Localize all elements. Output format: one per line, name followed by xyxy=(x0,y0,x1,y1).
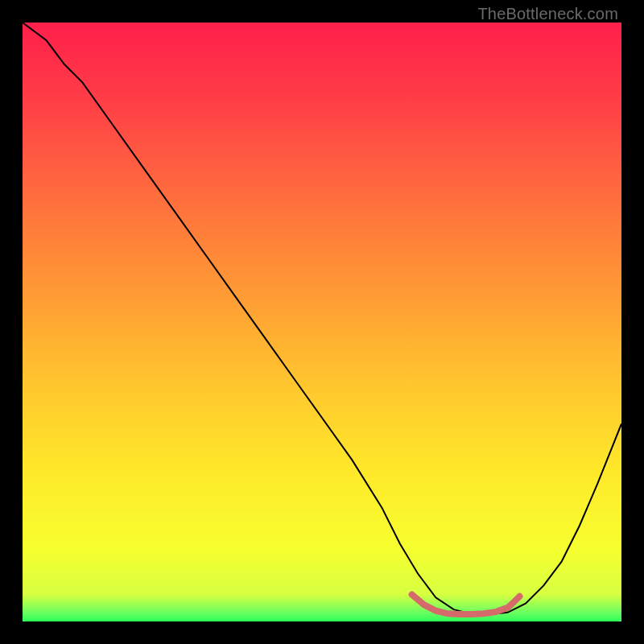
watermark-text: TheBottleneck.com xyxy=(477,5,618,23)
chart-svg xyxy=(23,23,621,621)
chart-background xyxy=(23,23,621,621)
chart-frame xyxy=(23,23,621,621)
